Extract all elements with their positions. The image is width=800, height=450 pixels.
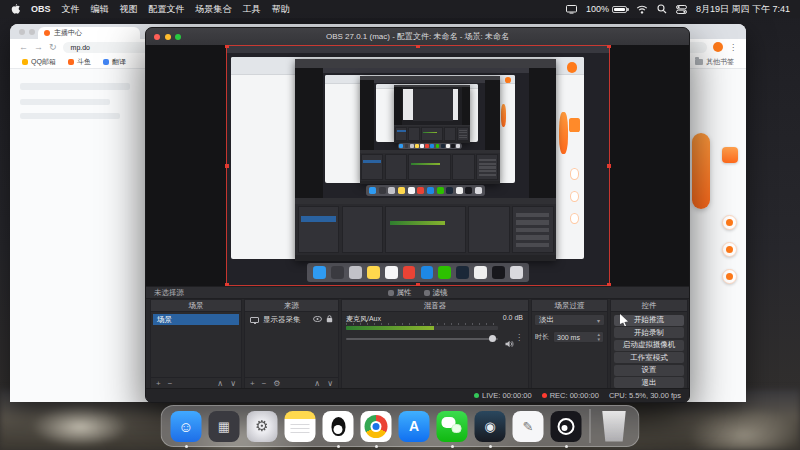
menu-app-name[interactable]: OBS <box>31 4 51 14</box>
source-list-item[interactable]: 显示器采集 <box>247 314 336 325</box>
dock-divider <box>590 409 591 443</box>
menu-item-help[interactable]: 帮助 <box>272 3 290 16</box>
reload-icon[interactable]: ↻ <box>49 43 57 52</box>
source-properties-gear-icon[interactable]: ⚙ <box>273 380 280 388</box>
page-promo-banner[interactable] <box>692 133 710 209</box>
browser-active-tab[interactable]: 主播中心 <box>38 27 140 39</box>
sources-panel-title[interactable]: 来源 <box>245 300 338 312</box>
forward-icon[interactable]: → <box>34 43 43 52</box>
page-float-home-icon[interactable] <box>722 215 737 230</box>
mixer-panel-title[interactable]: 混音器 <box>342 300 528 312</box>
sources-panel: 来源 显示器采集 + − ⚙ ∧ ∨ <box>244 299 339 390</box>
page-float-help-icon[interactable] <box>722 269 737 284</box>
dock-item-pencil-app[interactable]: ✎ <box>513 411 544 442</box>
menu-item-scene-collection[interactable]: 场景集合 <box>196 3 232 16</box>
scenes-panel: 场景 场景 + − ∧ ∨ <box>150 299 242 390</box>
studio-mode-button[interactable]: 工作室模式 <box>614 352 684 363</box>
dock-item-notes[interactable] <box>285 411 316 442</box>
lock-icon[interactable] <box>326 315 333 325</box>
spin-arrows-icon[interactable]: ▴▾ <box>597 332 600 342</box>
mixer-slider-knob[interactable] <box>489 335 496 342</box>
dock-item-qq[interactable] <box>323 411 354 442</box>
dock-item-obs[interactable] <box>551 411 582 442</box>
source-properties-button[interactable]: 属性 <box>388 288 412 298</box>
page-float-gift-icon[interactable] <box>722 242 737 257</box>
duration-spinbox[interactable]: 300 ms ▴▾ <box>553 331 604 343</box>
close-icon[interactable] <box>154 34 160 40</box>
start-virtual-camera-button[interactable]: 启动虚拟摄像机 <box>614 340 684 351</box>
browser-menu-icon[interactable]: ⋮ <box>729 43 737 52</box>
scene-down-button[interactable]: ∨ <box>230 380 236 388</box>
transitions-panel-title[interactable]: 场景过渡 <box>532 300 607 312</box>
page-widget-button[interactable] <box>722 147 738 163</box>
display-icon[interactable] <box>566 5 577 14</box>
menu-item-file[interactable]: 文件 <box>62 3 80 16</box>
source-filters-button[interactable]: 滤镜 <box>424 288 448 298</box>
profile-avatar[interactable] <box>713 42 723 52</box>
scene-up-button[interactable]: ∧ <box>217 380 223 388</box>
wifi-icon[interactable] <box>636 5 648 14</box>
duration-value: 300 ms <box>557 334 580 341</box>
exit-button[interactable]: 退出 <box>614 377 684 388</box>
mixer-options-icon[interactable]: ⋮ <box>515 333 523 342</box>
obs-preview[interactable] <box>146 45 689 286</box>
remove-source-button[interactable]: − <box>262 380 267 388</box>
dock-item-trash[interactable] <box>599 411 630 442</box>
add-source-button[interactable]: + <box>250 380 255 388</box>
chrome-icon <box>365 415 388 438</box>
dock-item-app-store[interactable]: A <box>399 411 430 442</box>
bookmark-favicon <box>68 59 74 65</box>
other-bookmarks[interactable]: 其他书签 <box>695 57 734 67</box>
source-up-button[interactable]: ∧ <box>314 380 320 388</box>
source-down-button[interactable]: ∨ <box>327 380 333 388</box>
back-icon[interactable]: ← <box>19 43 28 52</box>
dock: ☺ ▦ ⚙ A ◉ ✎ <box>161 405 640 447</box>
control-center-icon[interactable] <box>676 5 687 14</box>
url-text: mp.do <box>71 44 90 51</box>
dock-item-steam[interactable]: ◉ <box>475 411 506 442</box>
bookmark-douyu[interactable]: 斗鱼 <box>68 57 91 67</box>
obs-traffic-lights[interactable] <box>154 34 181 40</box>
dock-item-finder[interactable]: ☺ <box>171 411 202 442</box>
battery-icon[interactable] <box>612 6 627 13</box>
menu-item-profile[interactable]: 配置文件 <box>149 3 185 16</box>
bookmark-translate[interactable]: 翻译 <box>103 57 126 67</box>
dock-item-launchpad[interactable]: ▦ <box>209 411 240 442</box>
scene-list-item[interactable]: 场景 <box>153 314 239 325</box>
dock-item-system-settings[interactable]: ⚙ <box>247 411 278 442</box>
macos-menu-bar: OBS 文件 编辑 视图 配置文件 场景集合 工具 帮助 100% 8月19日 … <box>0 0 800 18</box>
transition-current: 淡出 <box>539 315 554 325</box>
scenes-panel-title[interactable]: 场景 <box>151 300 241 312</box>
rec-status-icon <box>542 393 547 398</box>
add-scene-button[interactable]: + <box>156 380 161 388</box>
folder-icon <box>695 59 703 65</box>
visibility-eye-icon[interactable] <box>313 315 322 324</box>
tab-favicon <box>44 30 50 36</box>
mixer-volume-slider[interactable] <box>346 338 498 340</box>
dock-item-wechat[interactable] <box>437 411 468 442</box>
obs-title-bar[interactable]: OBS 27.0.1 (mac) - 配置文件: 未命名 - 场景: 未命名 <box>146 28 689 45</box>
bookmark-favicon <box>103 59 109 65</box>
minimize-icon[interactable] <box>165 34 171 40</box>
bookmark-qq-mail[interactable]: QQ邮箱 <box>22 57 56 67</box>
display-capture-source[interactable] <box>226 45 610 286</box>
speaker-icon[interactable] <box>505 334 514 352</box>
remove-scene-button[interactable]: − <box>168 380 173 388</box>
search-icon[interactable] <box>657 4 667 14</box>
menu-item-edit[interactable]: 编辑 <box>91 3 109 16</box>
transition-select[interactable]: 淡出 ▾ <box>534 314 605 326</box>
zoom-icon[interactable] <box>175 34 181 40</box>
desktop: OBS 文件 编辑 视图 配置文件 场景集合 工具 帮助 100% 8月19日 … <box>0 0 800 450</box>
live-time: LIVE: 00:00:00 <box>482 391 532 400</box>
menu-bar-clock[interactable]: 8月19日 周四 下午 7:41 <box>696 3 790 16</box>
obs-dock-panels: 场景 场景 + − ∧ ∨ 来源 显示器采集 <box>150 299 685 390</box>
controls-panel: 控件 开始推流 开始录制 启动虚拟摄像机 工作室模式 设置 退出 <box>610 299 688 390</box>
menu-item-view[interactable]: 视图 <box>120 3 138 16</box>
start-recording-button[interactable]: 开始录制 <box>614 327 684 338</box>
menu-item-tools[interactable]: 工具 <box>243 3 261 16</box>
controls-panel-title[interactable]: 控件 <box>611 300 687 312</box>
cpu-fps-stats: CPU: 5.5%, 30.00 fps <box>609 391 681 400</box>
apple-logo-icon[interactable] <box>10 3 20 15</box>
settings-button[interactable]: 设置 <box>614 365 684 376</box>
dock-item-chrome[interactable] <box>361 411 392 442</box>
